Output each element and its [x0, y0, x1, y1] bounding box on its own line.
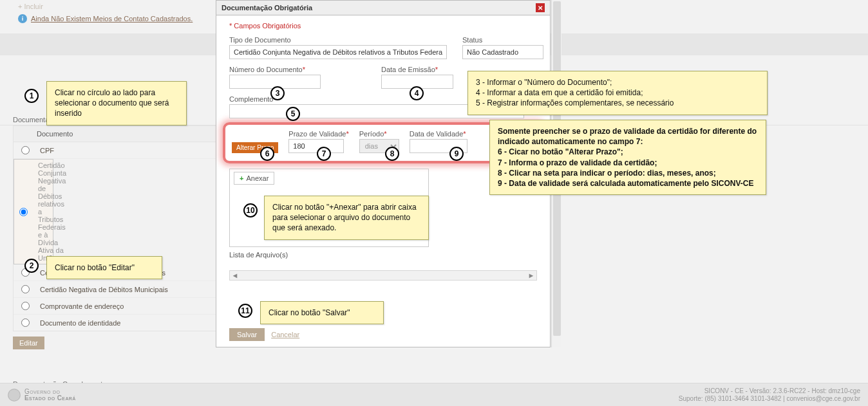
- info-icon: i: [18, 14, 27, 23]
- callout-number-3: 3: [270, 86, 285, 100]
- footer-right: SICONV - CE - Versão: 2.3.6-RC22 - Host:…: [679, 387, 860, 403]
- modal-titlebar: Documentação Obrigatória ✕: [216, 1, 550, 15]
- doc-row[interactable]: Certidão Conjunta Negativa de Débitos re…: [14, 159, 53, 264]
- callout-number-6: 6: [260, 147, 274, 161]
- doc-label: Certidão Negativa de Débitos Municipais: [40, 286, 168, 293]
- label-numero-doc: Número do Documento*: [229, 66, 321, 73]
- doc-label: CPF: [40, 147, 54, 154]
- callout-10: Clicar no botão "+Anexar" para abrir cai…: [264, 196, 429, 240]
- callout-3-5: 3 - Informar o "Número do Documento"; 4 …: [467, 71, 768, 115]
- modal-title-text: Documentação Obrigatória: [222, 4, 312, 12]
- doc-radio[interactable]: [21, 318, 30, 327]
- doc-table: Documento CPFCertidão Conjunta Negativa …: [13, 125, 219, 331]
- doc-label: Certidão Conjunta Negativa de Débitos re…: [38, 161, 66, 262]
- anexar-label: Anexar: [246, 174, 269, 182]
- anexar-button[interactable]: + Anexar: [234, 172, 274, 185]
- callout-2: Clicar no botão "Editar": [46, 256, 162, 279]
- callout-number-4: 4: [410, 86, 424, 100]
- info-contato-text: Ainda Não Existem Meios de Contato Cadas…: [31, 15, 193, 23]
- doc-radio[interactable]: [21, 302, 30, 310]
- doc-row[interactable]: Documento de identidade: [14, 315, 218, 331]
- lista-arquivos-label: Lista de Arquivo(s): [229, 251, 537, 259]
- status-field: [462, 45, 543, 59]
- salvar-button[interactable]: Salvar: [229, 328, 265, 341]
- cancelar-link[interactable]: Cancelar: [271, 331, 299, 338]
- doc-radio[interactable]: [19, 208, 28, 216]
- callout-6-9: Somente preencher se o prazo de validade…: [489, 120, 766, 195]
- label-prazo-validade: Prazo de Validade*: [288, 130, 348, 138]
- callout-11: Clicar no botão "Salvar": [260, 301, 384, 324]
- campos-obrigatorios-note: * Campos Obrigatórios: [229, 22, 537, 30]
- callout-1: Clicar no círculo ao lado para seleciona…: [46, 81, 187, 125]
- footer-support: Suporte: (85) 3101-3464 3101-3482 | conv…: [679, 395, 860, 403]
- callout-number-9: 9: [449, 147, 464, 161]
- callout-number-11: 11: [238, 304, 252, 318]
- footer-gov1: Governo do: [24, 389, 76, 395]
- label-status: Status: [462, 36, 543, 44]
- scroll-left-icon[interactable]: ◄: [230, 271, 240, 280]
- editar-button[interactable]: Editar: [13, 337, 44, 349]
- footer-left: Governo do Estado do Ceará: [8, 389, 76, 401]
- horizontal-scrollbar[interactable]: ◄ ►: [229, 270, 537, 281]
- plus-icon: +: [240, 174, 243, 182]
- prazo-validade-input[interactable]: [288, 139, 344, 153]
- gov-seal-icon: [8, 389, 21, 401]
- doc-row[interactable]: CPF: [14, 142, 218, 159]
- footer-gov2: Estado do Ceará: [24, 395, 76, 401]
- callout-number-7: 7: [317, 147, 331, 161]
- doc-row[interactable]: Comprovante de endereço: [14, 298, 218, 315]
- callout-number-1: 1: [24, 89, 39, 103]
- label-tipo-doc: Tipo de Documento: [229, 36, 447, 44]
- label-periodo: Período*: [359, 130, 399, 138]
- footer-version: SICONV - CE - Versão: 2.3.6-RC22 - Host:…: [679, 387, 860, 395]
- callout-number-10: 10: [243, 203, 258, 217]
- callout-number-2: 2: [24, 259, 39, 273]
- callout-number-5: 5: [286, 107, 300, 121]
- doc-label: Comprovante de endereço: [40, 302, 124, 310]
- tipo-doc-field: [229, 45, 447, 59]
- callout-number-8: 8: [385, 147, 399, 161]
- label-data-emissao: Data de Emissão*: [381, 66, 453, 73]
- doc-table-header: Documento: [14, 126, 218, 142]
- doc-label: Documento de identidade: [40, 319, 120, 327]
- footer: Governo do Estado do Ceará SICONV - CE -…: [0, 383, 868, 406]
- label-data-validade: Data de Validade*: [410, 130, 467, 138]
- scroll-right-icon[interactable]: ►: [526, 271, 536, 280]
- doc-row[interactable]: Certidão Negativa de Débitos Municipais: [14, 281, 218, 298]
- doc-radio[interactable]: [21, 285, 30, 293]
- close-icon[interactable]: ✕: [536, 3, 545, 12]
- doc-radio[interactable]: [21, 146, 30, 154]
